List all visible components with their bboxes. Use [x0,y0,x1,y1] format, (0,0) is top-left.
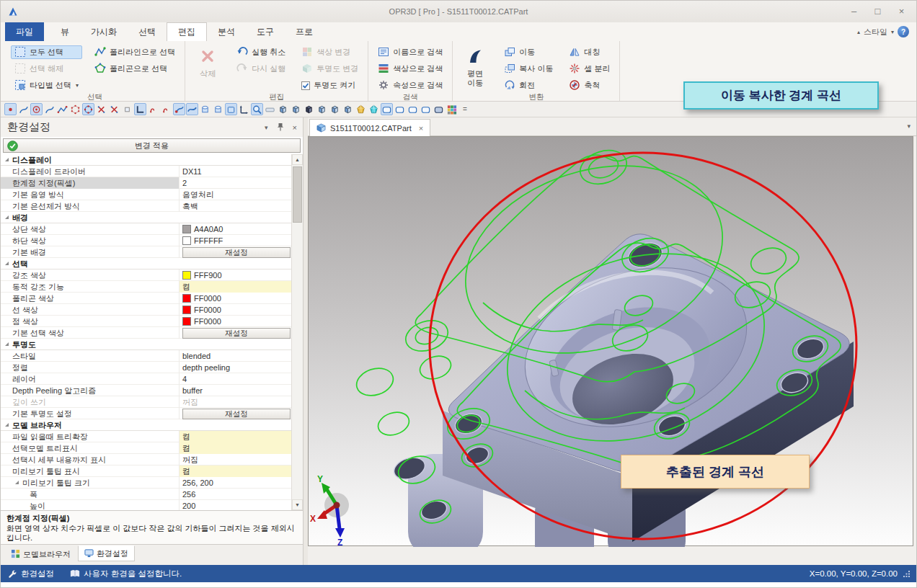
qi-ringdot-icon[interactable] [30,103,43,115]
setting-value[interactable]: 켬 [180,442,291,454]
setting-value[interactable]: 음영처리 [180,189,291,200]
setting-row[interactable]: 폴리곤 색상FF0000 [1,293,303,304]
help-icon[interactable]: ? [898,26,909,37]
setting-group-row[interactable]: 디스플레이 [1,154,303,166]
style-selector[interactable]: ▴ 스타일 ▾ ? [857,22,909,41]
color-swatch[interactable] [182,306,191,314]
scale-button[interactable]: 축척 [565,79,613,92]
setting-row[interactable]: 점 색상FF0000 [1,316,303,327]
scroll-up-icon[interactable]: ▲ [292,154,303,165]
setting-value[interactable]: FF0000 [180,316,291,327]
close-document-icon[interactable]: × [419,124,423,133]
document-tab[interactable]: S1511T00012.CATPart × [309,119,430,136]
reset-button[interactable]: 재설정 [182,328,291,339]
qi-gemY-icon[interactable] [355,103,367,115]
change-color-button[interactable]: 색상 변경 [298,45,362,59]
change-transparency-button[interactable]: 투명도 변경 [298,62,362,76]
scrollbar-thumb[interactable] [293,166,302,223]
expand-triangle-icon[interactable] [5,158,9,161]
setting-row[interactable]: 높이200 [1,500,303,510]
setting-group-row[interactable]: 모델 브라우저 [1,419,303,431]
expand-triangle-icon[interactable] [5,342,9,346]
copy-move-button[interactable]: 복사 이동 [500,62,557,76]
setting-value[interactable]: FFF900 [180,270,291,281]
qi-hex-icon[interactable] [69,103,81,115]
qi-mag-icon[interactable] [251,103,263,115]
setting-row[interactable]: 선택모델 트리표시켬 [1,442,303,454]
tab-list-chevron-icon[interactable]: ▾ [907,122,911,130]
qi-ringdotB-icon[interactable] [82,103,94,115]
minimize-button[interactable]: – [842,2,866,19]
qi-cyl-icon[interactable] [199,103,211,115]
qi-n-icon[interactable] [147,103,159,115]
pin-icon[interactable] [277,122,284,133]
color-swatch[interactable] [182,236,191,245]
search-by-property-button[interactable]: 속성으로 검색 [374,79,446,92]
setting-row[interactable]: 선 색상FF0000 [1,304,303,316]
qi-corner-icon[interactable] [134,103,146,115]
setting-value[interactable]: A4A0A0 [180,223,291,235]
expand-triangle-icon[interactable] [5,262,9,265]
setting-row[interactable]: 한계점 지정(픽셀)2 [1,177,303,189]
scroll-down-icon[interactable]: ▼ [292,499,303,510]
qi-curve2-icon[interactable] [43,103,56,115]
setting-value[interactable]: 재설정 [180,246,291,258]
setting-row[interactable]: 기본 음영 방식음영처리 [1,189,303,200]
rotate-button[interactable]: 회전 [500,79,557,92]
qi-rr3-icon[interactable] [407,103,419,115]
qi-cyl2-icon[interactable] [212,103,224,115]
transparency-on-checkbox[interactable] [301,81,310,90]
cad-part-model[interactable] [391,234,854,547]
qi-grid-icon[interactable] [446,103,458,115]
menu-tab-pro[interactable]: 프로 [285,22,324,41]
qi-rrD-icon[interactable] [433,103,445,115]
setting-value[interactable]: 꺼짐 [180,454,291,466]
qi-dotcurve-icon[interactable] [173,103,185,115]
qi-wave-icon[interactable] [186,103,198,115]
menu-tab-analysis[interactable]: 분석 [207,22,246,41]
toolbar-overflow-icon[interactable]: = [463,105,467,113]
panel-tab-environment-settings[interactable]: 환경설정 [78,545,135,561]
setting-value[interactable]: 256, 200 [180,477,291,489]
deselect-button[interactable]: 선택 해제 [11,62,82,76]
qi-flat-icon[interactable] [264,103,276,115]
setting-row[interactable]: 디스플레이 드라이버DX11 [1,166,303,177]
undo-button[interactable]: 실행 취소 [233,45,289,59]
setting-value[interactable]: 재설정 [180,327,291,339]
expand-triangle-icon[interactable] [5,215,9,219]
reset-button[interactable]: 재설정 [182,247,291,258]
setting-group-row[interactable]: 배경 [1,212,303,223]
style-label[interactable]: 스타일 [864,27,887,37]
setting-value[interactable]: 2 [180,177,291,189]
qi-gemC-icon[interactable] [368,103,380,115]
setting-value[interactable]: FFFFFF [180,235,291,246]
qi-cube4-icon[interactable] [329,103,341,115]
color-swatch[interactable] [182,225,191,233]
qi-axis-icon[interactable] [238,103,250,115]
qi-cross2-icon[interactable] [108,103,120,115]
chevron-down-icon[interactable]: ▾ [891,29,894,35]
setting-row[interactable]: 미리보기 툴팁 표시켬 [1,466,303,477]
setting-value[interactable]: 켬 [180,431,291,442]
setting-row[interactable]: 강조 색상FFF900 [1,270,303,281]
setting-row[interactable]: 정렬depth peeling [1,362,303,373]
setting-value[interactable]: blended [180,350,291,362]
setting-value[interactable]: FF0000 [180,293,291,304]
setting-group-row[interactable]: 선택 [1,258,303,270]
expand-triangle-icon[interactable] [5,423,9,427]
menu-tab-visualization[interactable]: 가시화 [80,22,128,41]
qi-sq-icon[interactable] [121,103,133,115]
qi-cube2-icon[interactable] [290,103,302,115]
setting-value[interactable]: 200 [180,500,291,510]
qi-cross-icon[interactable] [95,103,107,115]
select-by-type-button[interactable]: 타입별 선택▾ [11,79,82,92]
panel-tab-model-browser[interactable]: 모델브라우저 [5,546,76,562]
setting-value[interactable]: 4 [180,373,291,385]
setting-row[interactable]: 동적 강조 기능켬 [1,281,303,293]
color-swatch[interactable] [182,271,191,280]
setting-value[interactable]: 켬 [180,281,291,293]
setting-row[interactable]: 깊이 쓰기꺼짐 [1,396,303,408]
delete-button[interactable]: 삭제 [191,44,224,79]
transparency-on-button[interactable]: 투명도 켜기 [298,79,362,92]
qi-dot-icon[interactable] [4,103,17,115]
